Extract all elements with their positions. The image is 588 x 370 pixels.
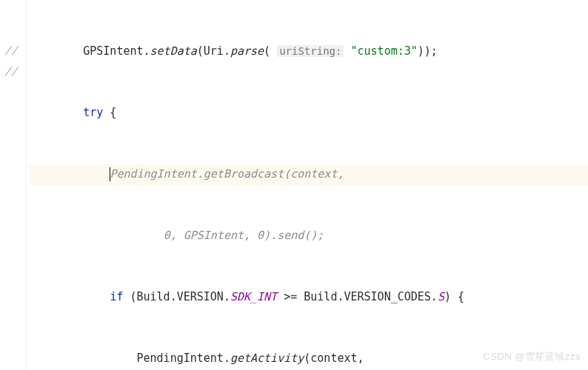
code-line[interactable]: try { — [30, 103, 588, 124]
code-area[interactable]: GPSIntent.setData(Uri.parse( uriString: … — [27, 0, 588, 370]
code-line-active[interactable]: PendingIntent.getBroadcast(context, — [30, 164, 588, 185]
gutter-comment-marker: // — [0, 61, 26, 82]
gutter: // // — [0, 0, 27, 370]
code-line[interactable]: 0, GPSIntent, 0).send(); — [30, 226, 588, 246]
code-editor[interactable]: // // GPSIntent.setData(Uri.parse( uriSt… — [0, 0, 588, 370]
param-hint: uriString: — [277, 45, 344, 57]
watermark-text: CSDN @雪芽蓝域zzs — [483, 348, 581, 366]
code-line[interactable]: GPSIntent.setData(Uri.parse( uriString: … — [30, 41, 588, 62]
code-line[interactable]: if (Build.VERSION.SDK_INT >= Build.VERSI… — [30, 287, 588, 308]
gutter-comment-marker: // — [0, 41, 26, 61]
